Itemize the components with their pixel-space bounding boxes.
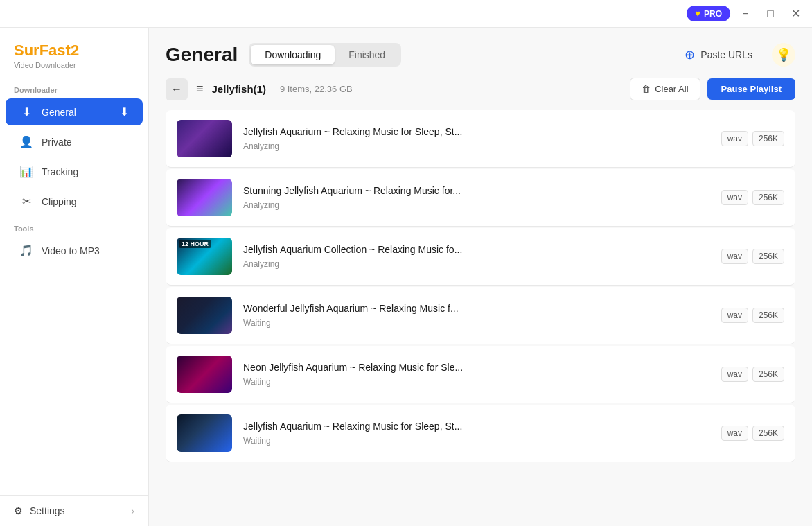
app-subtitle: Video Downloader	[14, 61, 134, 69]
tab-group: Downloading Finished	[249, 43, 401, 67]
header-left: General Downloading Finished	[166, 43, 401, 67]
sidebar-item-tracking[interactable]: 📊 Tracking	[6, 158, 143, 185]
format-badge-5: wav	[721, 367, 748, 382]
item-status-4: Waiting	[243, 318, 710, 328]
minimize-button[interactable]: −	[736, 4, 755, 24]
item-info-1: Jellyfish Aquarium ~ Relaxing Music for …	[243, 126, 710, 151]
item-badges-2: wav 256K	[721, 190, 784, 205]
item-title-1: Jellyfish Aquarium ~ Relaxing Music for …	[243, 126, 710, 137]
format-badge-6: wav	[721, 426, 748, 441]
download-list: Jellyfish Aquarium ~ Relaxing Music for …	[149, 110, 812, 526]
format-badge-1: wav	[721, 131, 748, 146]
quality-badge-6: 256K	[752, 426, 784, 441]
playlist-name: Jellyfish(1)	[212, 83, 266, 95]
tracking-icon: 📊	[19, 165, 33, 178]
sidebar-item-private[interactable]: 👤 Private	[6, 128, 143, 155]
lightbulb-icon: 💡	[776, 47, 791, 62]
download-item-3: 12 HOUR Jellyfish Aquarium Collection ~ …	[166, 228, 795, 286]
playlist-right: 🗑 Clear All Pause Playlist	[630, 78, 795, 100]
quality-badge-1: 256K	[752, 131, 784, 146]
tab-downloading[interactable]: Downloading	[251, 45, 335, 64]
sidebar-item-clipping-label: Clipping	[42, 196, 77, 207]
clear-all-label: Clear All	[655, 84, 688, 94]
trash-icon: 🗑	[642, 84, 651, 94]
thumbnail-4	[177, 297, 232, 334]
paste-urls-label: Paste URLs	[700, 49, 752, 60]
item-status-6: Waiting	[243, 436, 710, 446]
quality-badge-3: 256K	[752, 249, 784, 264]
item-badges-5: wav 256K	[721, 367, 784, 382]
download-icon: ⬇	[19, 105, 33, 119]
page-title: General	[166, 44, 238, 66]
plus-circle-icon: ⊕	[685, 47, 695, 62]
sidebar-item-general[interactable]: ⬇ General ⬇	[6, 98, 143, 125]
settings-icon: ⚙	[14, 505, 23, 516]
logo-area: SurFast2 Video Downloader	[0, 28, 148, 80]
item-info-2: Stunning Jellyfish Aquarium ~ Relaxing M…	[243, 185, 710, 210]
playlist-list-icon: ≡	[196, 82, 204, 96]
pro-badge[interactable]: ♥ PRO	[687, 6, 730, 21]
item-title-4: Wonderful Jellyfish Aquarium ~ Relaxing …	[243, 303, 710, 314]
close-button[interactable]: ✕	[786, 4, 805, 24]
sidebar-bottom: ⚙ Settings ›	[0, 495, 148, 526]
item-title-6: Jellyfish Aquarium ~ Relaxing Music for …	[243, 421, 710, 432]
tab-finished[interactable]: Finished	[335, 45, 399, 64]
quality-badge-4: 256K	[752, 308, 784, 323]
sidebar-item-video-to-mp3-label: Video to MP3	[42, 245, 100, 256]
format-badge-4: wav	[721, 308, 748, 323]
sidebar-item-clipping[interactable]: ✂ Clipping	[6, 188, 143, 215]
item-badges-1: wav 256K	[721, 131, 784, 146]
thumbnail-3: 12 HOUR	[177, 238, 232, 275]
pro-label: PRO	[704, 9, 722, 19]
item-status-3: Analyzing	[243, 259, 710, 269]
title-bar: ♥ PRO − □ ✕	[0, 0, 812, 28]
thumb-label-3: 12 HOUR	[179, 240, 211, 248]
heart-icon: ♥	[695, 8, 700, 19]
item-info-6: Jellyfish Aquarium ~ Relaxing Music for …	[243, 421, 710, 446]
download-item-6: Jellyfish Aquarium ~ Relaxing Music for …	[166, 405, 795, 462]
item-badges-3: wav 256K	[721, 249, 784, 264]
settings-item[interactable]: ⚙ Settings ›	[0, 496, 148, 526]
sidebar: SurFast2 Video Downloader Downloader ⬇ G…	[0, 28, 149, 526]
download-item-1: Jellyfish Aquarium ~ Relaxing Music for …	[166, 110, 795, 168]
back-arrow-icon: ←	[171, 83, 182, 96]
main-header: General Downloading Finished ⊕ Paste URL…	[149, 28, 812, 68]
item-info-3: Jellyfish Aquarium Collection ~ Relaxing…	[243, 244, 710, 269]
thumbnail-2	[177, 179, 232, 216]
playlist-bar: ← ≡ Jellyfish(1) 9 Items, 22.36 GB 🗑 Cle…	[149, 68, 812, 110]
music-icon: 🎵	[19, 244, 33, 257]
sidebar-item-tracking-label: Tracking	[42, 166, 78, 177]
playlist-left: ← ≡ Jellyfish(1) 9 Items, 22.36 GB	[166, 78, 353, 100]
clear-all-button[interactable]: 🗑 Clear All	[630, 78, 700, 100]
settings-label: Settings	[30, 505, 65, 516]
back-button[interactable]: ←	[166, 78, 188, 100]
app-logo: SurFast2	[14, 42, 134, 60]
pause-playlist-button[interactable]: Pause Playlist	[707, 78, 795, 100]
downloader-section-label: Downloader	[0, 80, 148, 97]
download-badge-icon: ⬇	[120, 105, 129, 119]
playlist-meta: 9 Items, 22.36 GB	[280, 84, 353, 94]
quality-badge-2: 256K	[752, 190, 784, 205]
private-icon: 👤	[19, 135, 33, 148]
sidebar-item-general-label: General	[42, 107, 76, 118]
thumbnail-5	[177, 356, 232, 393]
download-item-4: Wonderful Jellyfish Aquarium ~ Relaxing …	[166, 287, 795, 344]
format-badge-2: wav	[721, 190, 748, 205]
item-info-5: Neon Jellyfish Aquarium ~ Relaxing Music…	[243, 362, 710, 387]
lightbulb-button[interactable]: 💡	[772, 43, 795, 67]
paste-urls-button[interactable]: ⊕ Paste URLs	[673, 42, 764, 68]
item-title-3: Jellyfish Aquarium Collection ~ Relaxing…	[243, 244, 710, 255]
main-content: General Downloading Finished ⊕ Paste URL…	[149, 28, 812, 526]
clipping-icon: ✂	[19, 195, 33, 208]
download-item-2: Stunning Jellyfish Aquarium ~ Relaxing M…	[166, 169, 795, 227]
sidebar-item-video-to-mp3[interactable]: 🎵 Video to MP3	[6, 237, 143, 264]
chevron-right-icon: ›	[131, 505, 134, 516]
thumbnail-6	[177, 414, 232, 452]
maximize-button[interactable]: □	[761, 4, 780, 24]
item-status-2: Analyzing	[243, 200, 710, 210]
item-title-2: Stunning Jellyfish Aquarium ~ Relaxing M…	[243, 185, 710, 196]
tools-section-label: Tools	[0, 216, 148, 236]
item-info-4: Wonderful Jellyfish Aquarium ~ Relaxing …	[243, 303, 710, 328]
sidebar-item-private-label: Private	[42, 137, 72, 148]
header-right: ⊕ Paste URLs 💡	[673, 42, 795, 68]
